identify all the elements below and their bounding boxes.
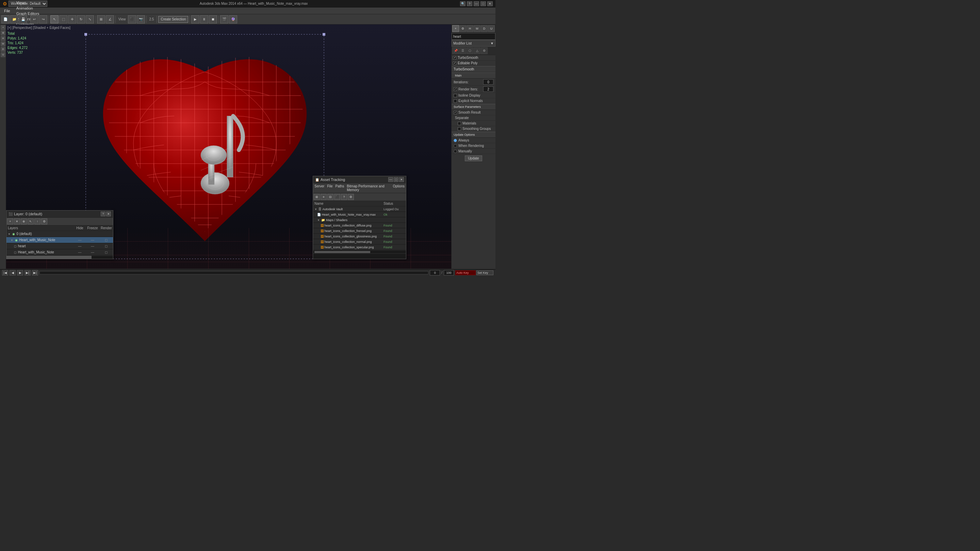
display-tab[interactable]: D (1, 47, 5, 52)
viewport[interactable]: [+] [Perspective] [Shaded + Edged Faces]… (6, 24, 451, 269)
prev-frame-button[interactable]: ◀ (10, 270, 16, 275)
redo-button[interactable]: ↪ (39, 15, 47, 24)
modifier-turbosmooth[interactable]: TurboSmooth (452, 55, 495, 60)
maximize-button[interactable]: □ (480, 2, 486, 6)
hierarchy-icon[interactable]: H (466, 25, 473, 32)
pause-button[interactable]: ⏸ (200, 15, 208, 24)
rotate-button[interactable]: ↻ (77, 15, 85, 24)
angle-snap[interactable]: ∠ (106, 15, 114, 24)
view-cube[interactable]: ⬛ (128, 15, 136, 24)
layer-delete-button[interactable]: ✕ (14, 218, 20, 224)
modify-tab[interactable]: ⚙ (1, 30, 5, 35)
asset-tool-5[interactable]: ? (341, 194, 347, 200)
layer-move-button[interactable]: ↑ (34, 218, 40, 224)
save-button[interactable]: 💾 (19, 15, 27, 24)
asset-panel-header[interactable]: 📋 Asset Tracking — □ ✕ (313, 176, 406, 183)
create-icon[interactable]: + (452, 25, 459, 32)
utilities-tab[interactable]: U (1, 52, 5, 57)
open-button[interactable]: 📁 (10, 15, 18, 24)
create-selection-button[interactable]: Create Selection (158, 16, 188, 23)
mod-icon-2[interactable]: ⬡ (466, 47, 473, 54)
asset-tool-1[interactable]: ⊞ (314, 194, 320, 200)
asset-menu-server[interactable]: Server (314, 184, 324, 192)
motion-tab[interactable]: M (1, 41, 5, 46)
asset-minimize-button[interactable]: — (388, 177, 393, 182)
mod-icon-3[interactable]: △ (474, 47, 480, 54)
layer-new-button[interactable]: + (7, 218, 13, 224)
smooth-result-checkbox[interactable] (453, 111, 457, 114)
when-rendering-radio[interactable] (453, 144, 457, 148)
scale-button[interactable]: ⤡ (86, 15, 94, 24)
asset-tool-2[interactable]: ≡ (321, 194, 327, 200)
layer-add-button[interactable]: ⊕ (21, 218, 27, 224)
auto-key-button[interactable]: Auto Key (455, 270, 476, 275)
asset-maximize-button[interactable]: □ (394, 177, 398, 182)
main-subsection-header[interactable]: Main (452, 73, 495, 79)
iterations-input[interactable] (483, 79, 493, 85)
layer-close-button[interactable]: ✕ (106, 211, 111, 216)
help-icon[interactable]: ? (467, 2, 472, 6)
turbosmooth-section-header[interactable]: TurboSmooth (452, 66, 495, 73)
menu-views[interactable]: Views (14, 0, 42, 5)
asset-scrollbar-thumb[interactable] (314, 251, 370, 253)
surface-params-header[interactable]: Surface Parameters (452, 104, 495, 110)
asset-row[interactable]: 🖼 heart_icons_collection_normal.png Foun… (313, 239, 406, 245)
asset-row[interactable]: 🖼 heart_icons_collection_frensel.png Fou… (313, 228, 406, 233)
render-iters-input[interactable] (483, 86, 493, 92)
asset-menu-file[interactable]: File (327, 184, 332, 192)
frame-input[interactable] (430, 270, 440, 275)
update-button[interactable]: Update (465, 156, 482, 161)
asset-row[interactable]: 📄 Heart_with_Music_Note_max_vray.max Ok (313, 212, 406, 218)
asset-horizontal-scrollbar[interactable] (313, 250, 406, 253)
update-options-header[interactable]: Update Options (452, 132, 495, 138)
utilities-icon[interactable]: U (488, 25, 495, 32)
end-frame-input[interactable] (444, 270, 454, 275)
modify-icon[interactable]: ⚙ (460, 25, 466, 32)
asset-menu-bitmap[interactable]: Bitmap Performance and Memory (347, 184, 390, 192)
isoline-checkbox[interactable] (453, 94, 457, 97)
display-icon[interactable]: D (481, 25, 488, 32)
material-editor[interactable]: 🔮 (229, 15, 237, 24)
move-button[interactable]: ✛ (68, 15, 76, 24)
asset-row[interactable]: 🖼 heart_icons_collection_specular.png Fo… (313, 245, 406, 250)
layer-select-button[interactable]: ↖ (27, 218, 34, 224)
menu-file[interactable]: File (2, 8, 13, 14)
asset-row[interactable]: ▼ 📁 Maps / Shaders (313, 218, 406, 223)
asset-tool-6[interactable]: ⚙ (348, 194, 354, 200)
select-button[interactable]: ↖ (50, 15, 59, 24)
search-input[interactable] (452, 33, 495, 40)
render-iters-checkbox[interactable] (453, 87, 457, 91)
create-tab[interactable]: + (1, 25, 5, 30)
layer-row[interactable]: ▼ ◉ 0 (default) (6, 231, 113, 237)
asset-row[interactable]: 🖼 heart_icons_collection_diffuse.png Fou… (313, 223, 406, 228)
stop-button[interactable]: ⏹ (209, 15, 217, 24)
layer-scrollbar[interactable] (6, 256, 113, 259)
hierarchy-tab[interactable]: H (1, 36, 5, 41)
set-key-button[interactable]: Set Key (476, 270, 493, 275)
layer-help-button[interactable]: ? (101, 211, 105, 216)
editablepoly-checkbox[interactable] (453, 62, 456, 65)
minimize-button[interactable]: — (474, 2, 479, 6)
turbosmooth-checkbox[interactable] (453, 56, 456, 60)
select-region-button[interactable]: ⬚ (59, 15, 67, 24)
asset-menu-options[interactable]: Options (393, 184, 404, 192)
smoothing-groups-checkbox[interactable] (458, 127, 461, 130)
undo-button[interactable]: ↩ (30, 15, 38, 24)
asset-menu-paths[interactable]: Paths (336, 184, 344, 192)
close-button[interactable]: ✕ (487, 2, 493, 6)
asset-tool-4[interactable]: ⬛ (334, 194, 340, 200)
layer-row[interactable]: ▼ ◉ Heart_with_Music_Note — — ◻ (6, 237, 113, 243)
asset-tool-3[interactable]: ⊟ (327, 194, 334, 200)
layer-settings-button[interactable]: ⚙ (41, 218, 47, 224)
go-end-button[interactable]: ▶| (32, 270, 38, 275)
mod-icon-4[interactable]: ⚙ (481, 47, 488, 54)
asset-row[interactable]: 🖼 heart_icons_collection_glossiness.png … (313, 233, 406, 239)
manually-radio[interactable] (453, 150, 457, 153)
play-anim-button[interactable]: ▶ (17, 270, 23, 275)
asset-close-button[interactable]: ✕ (399, 177, 404, 182)
modifier-list-arrow[interactable]: ▼ (490, 41, 494, 45)
snap-toggle[interactable]: ⊞ (97, 15, 105, 24)
always-radio[interactable] (453, 139, 457, 142)
modifier-editable-poly[interactable]: Editable Poly (452, 60, 495, 66)
layer-row[interactable]: ◻ heart — — ◻ (6, 243, 113, 249)
